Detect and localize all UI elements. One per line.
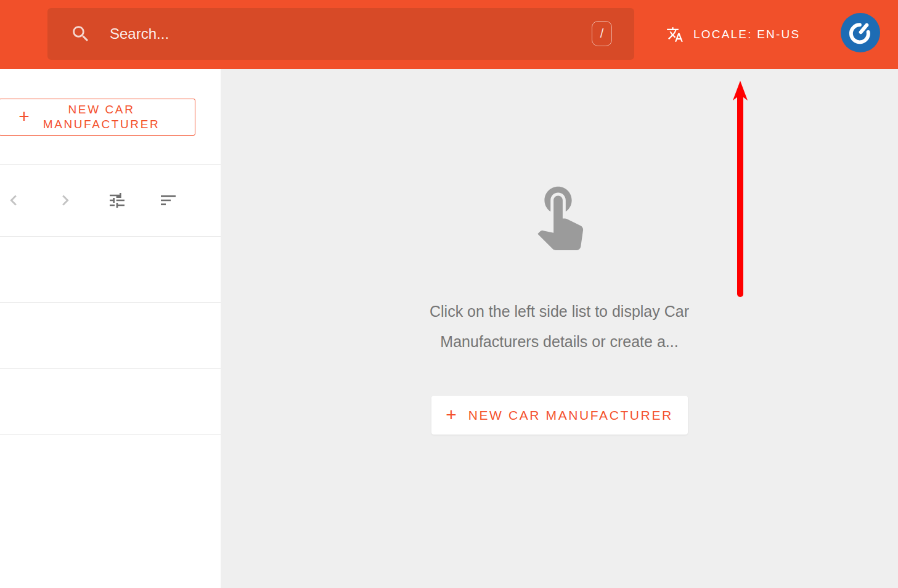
plus-icon: +: [446, 406, 457, 424]
chevron-right-icon: [55, 190, 76, 213]
power-icon: [847, 20, 873, 46]
sidebar-list-toolbar: [0, 164, 221, 237]
locale-label: LOCALE: EN-US: [693, 28, 800, 41]
app-logo-button[interactable]: [841, 13, 880, 52]
list-item[interactable]: [0, 369, 221, 435]
empty-state-message-line2: Manufacturers details or create a...: [430, 327, 689, 357]
search-box[interactable]: /: [47, 8, 634, 60]
pagination-prev-button[interactable]: [1, 189, 26, 213]
list-item[interactable]: [0, 303, 221, 369]
sort-lines-icon: [158, 190, 178, 212]
chevron-left-icon: [3, 190, 24, 213]
list-item[interactable]: [0, 237, 221, 303]
pagination-next-button[interactable]: [53, 189, 78, 213]
search-input[interactable]: [110, 25, 579, 43]
manufacturer-list: [0, 237, 221, 435]
sidebar-new-car-manufacturer-button[interactable]: + NEW CAR MANUFACTURER: [0, 99, 195, 136]
empty-state-message-line1: Click on the left side list to display C…: [430, 296, 689, 327]
search-icon: [70, 23, 91, 44]
main-content: Click on the left side list to display C…: [221, 69, 898, 588]
main-new-button-label: NEW CAR MANUFACTURER: [468, 408, 673, 423]
touch-icon: [523, 178, 596, 250]
sidebar: + NEW CAR MANUFACTURER: [0, 69, 221, 588]
sidebar-new-button-label: NEW CAR MANUFACTURER: [30, 102, 173, 133]
search-shortcut-badge: /: [592, 21, 612, 46]
topbar: / LOCALE: EN-US: [0, 0, 898, 69]
filter-sliders-icon: [107, 190, 127, 212]
filter-button[interactable]: [105, 189, 129, 213]
plus-icon: +: [18, 107, 30, 126]
empty-state-message: Click on the left side list to display C…: [430, 296, 689, 357]
locale-button[interactable]: LOCALE: EN-US: [666, 0, 800, 69]
translate-icon: [666, 26, 684, 43]
sort-button[interactable]: [156, 189, 181, 213]
main-new-car-manufacturer-button[interactable]: + NEW CAR MANUFACTURER: [431, 396, 688, 435]
